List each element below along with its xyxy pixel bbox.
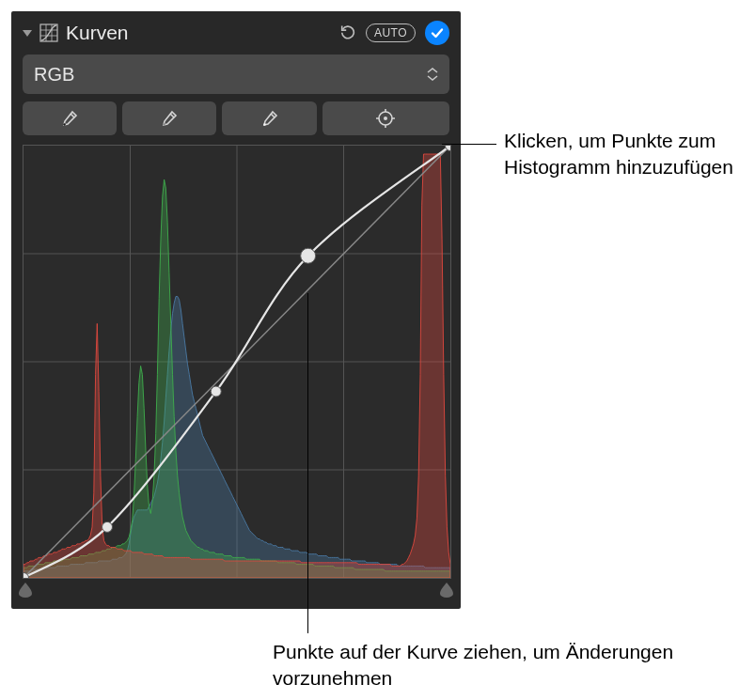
eyedropper-toolbar <box>23 101 449 135</box>
stepper-icon <box>427 68 438 81</box>
callout-add-point: Klicken, um Punkte zum Histogramm hinzuz… <box>504 128 739 181</box>
black-point-handle[interactable] <box>19 583 32 598</box>
svg-point-5 <box>384 117 387 120</box>
channel-select-value: RGB <box>34 64 427 86</box>
curves-panel: Kurven AUTO RGB <box>11 11 461 609</box>
enabled-checkmark[interactable] <box>425 21 449 45</box>
black-point-eyedropper-button[interactable] <box>23 101 117 135</box>
svg-point-14 <box>102 521 113 532</box>
svg-point-16 <box>301 248 316 263</box>
auto-button[interactable]: AUTO <box>366 23 416 42</box>
svg-point-3 <box>263 123 265 125</box>
svg-point-1 <box>63 123 65 125</box>
channel-select[interactable]: RGB <box>23 54 449 94</box>
curves-chart-container <box>23 145 449 599</box>
panel-header: Kurven AUTO <box>23 17 449 49</box>
black-white-point-slider[interactable] <box>23 581 449 599</box>
leader-line <box>442 144 496 145</box>
reset-icon[interactable] <box>339 23 356 43</box>
callout-drag-point: Punkte auf der Kurve ziehen, um Änderung… <box>273 639 743 692</box>
eyedropper-icon <box>60 109 79 128</box>
eyedropper-icon <box>160 109 179 128</box>
panel-title: Kurven <box>66 22 332 44</box>
curves-icon <box>39 23 58 42</box>
curves-chart[interactable] <box>23 145 451 579</box>
white-point-handle[interactable] <box>440 583 453 598</box>
eyedropper-icon <box>260 109 279 128</box>
white-point-eyedropper-button[interactable] <box>222 101 316 135</box>
svg-point-15 <box>211 386 221 397</box>
leader-line <box>307 293 308 633</box>
disclosure-triangle-icon[interactable] <box>23 30 32 37</box>
gray-point-eyedropper-button[interactable] <box>122 101 216 135</box>
add-point-button[interactable] <box>322 101 449 135</box>
add-point-icon <box>375 108 396 129</box>
svg-point-2 <box>164 123 165 125</box>
